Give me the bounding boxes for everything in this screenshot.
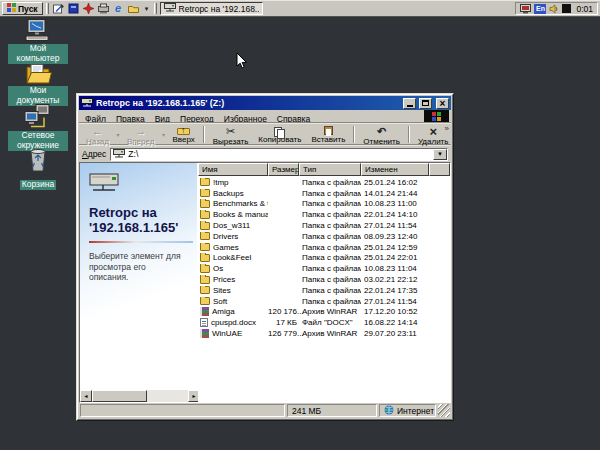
maximize-button[interactable]	[419, 98, 432, 109]
start-label: Пуск	[18, 4, 38, 14]
webview-description: Выберите элемент для просмотра его описа…	[89, 251, 185, 283]
back-dropdown-arrow[interactable]	[114, 124, 122, 145]
desktop-icon-my-computer[interactable]: Мой компьютер	[8, 19, 68, 65]
file-row[interactable]: GamesПапка с файлами25.01.24 12:59	[198, 242, 450, 253]
my-documents-icon	[8, 61, 68, 85]
window-title: Retropc на '192.168.1.165' (Z:)	[96, 98, 400, 108]
app-red-icon[interactable]	[82, 2, 95, 15]
file-name-cell: Books & manuals	[198, 210, 268, 219]
network-drive-icon	[113, 145, 125, 163]
folder-icon	[200, 222, 210, 230]
desktop-icon-my-documents[interactable]: Мои документы	[8, 61, 68, 107]
language-indicator[interactable]: En	[534, 4, 546, 14]
file-modified-cell: 16.08.22 14:14	[361, 318, 429, 327]
folder-icon	[200, 276, 210, 284]
column-header-modified[interactable]: Изменен	[361, 163, 429, 176]
show-desktop-icon[interactable]	[52, 2, 65, 15]
file-name-label: Os	[213, 264, 223, 273]
column-header-filler	[429, 163, 450, 176]
file-row[interactable]: Books & manualsПапка с файлами22.01.24 1…	[198, 209, 450, 220]
close-button[interactable]: ×	[436, 98, 449, 109]
forward-button-label: Вперед	[127, 137, 155, 146]
file-row[interactable]: BackupsПапка с файлами14.01.24 21:44	[198, 188, 450, 199]
back-button[interactable]: Назад	[81, 124, 114, 145]
menu-item-view[interactable]: Вид	[150, 114, 175, 124]
docx-icon	[200, 318, 208, 327]
toolbar-group-copy: Копировать	[253, 124, 306, 145]
delete-button-label: Удалить	[418, 137, 449, 146]
cut-button[interactable]: Вырезать	[208, 124, 254, 145]
file-name-label: Prices	[213, 275, 235, 284]
display-tray-icon[interactable]	[520, 0, 531, 18]
file-name-cell: Soft	[198, 297, 268, 306]
status-selection-panel	[80, 404, 285, 417]
paste-button[interactable]: Вставить	[306, 124, 350, 145]
taskbar-window-button[interactable]: Retropc на '192.168...	[160, 2, 263, 15]
undo-button[interactable]: Отменить	[358, 124, 405, 145]
app-gray-icon[interactable]	[97, 2, 110, 15]
forward-dropdown-arrow[interactable]	[159, 124, 167, 145]
file-modified-cell: 27.01.24 11:54	[361, 221, 429, 230]
file-modified-cell: 25.01.24 16:02	[361, 178, 429, 187]
file-name-label: Benchmarks & tests	[213, 199, 268, 208]
menu-item-file[interactable]: Файл	[80, 114, 111, 124]
menu-item-go[interactable]: Переход	[175, 114, 219, 124]
file-row[interactable]: Look&FeelПапка с файлами25.01.24 22:01	[198, 253, 450, 264]
horizontal-scrollbar[interactable]: ◄ ►	[80, 390, 200, 402]
file-row[interactable]: !tmpПапка с файлами25.01.24 16:02	[198, 177, 450, 188]
resize-grip[interactable]	[438, 404, 450, 417]
file-row[interactable]: OsПапка с файлами10.08.23 11:04	[198, 263, 450, 274]
scrollbar-thumb[interactable]	[92, 390, 147, 402]
file-row[interactable]: Benchmarks & testsПапка с файлами10.08.2…	[198, 199, 450, 210]
column-header-name[interactable]: Имя	[198, 163, 268, 176]
column-header-type[interactable]: Тип	[299, 163, 361, 176]
minimize-button[interactable]	[403, 98, 416, 109]
file-row[interactable]: PricesПапка с файлами03.02.21 22:12	[198, 274, 450, 285]
internet-explorer-icon[interactable]: e	[112, 2, 125, 15]
folder-icon	[200, 243, 210, 251]
menu-item-help[interactable]: Справка	[272, 114, 315, 124]
file-name-label: WinUAE	[212, 329, 242, 338]
app-tray-icon[interactable]	[562, 4, 571, 13]
folder-icon[interactable]	[127, 2, 140, 15]
file-name-label: Books & manuals	[213, 210, 268, 219]
menu-item-favorites[interactable]: Избранное	[219, 114, 272, 124]
file-row[interactable]: WinUAE126 779...Архив WinRAR29.07.20 23:…	[198, 328, 450, 339]
column-header-size[interactable]: Размер	[268, 163, 299, 176]
desktop-icon-recycle-bin[interactable]: Корзина	[8, 147, 68, 191]
copy-button[interactable]: Копировать	[253, 124, 306, 145]
file-row[interactable]: Dos_w311Папка с файлами27.01.24 11:54	[198, 220, 450, 231]
file-modified-cell: 14.01.24 21:44	[361, 189, 429, 198]
network-neighborhood-icon	[8, 104, 68, 130]
status-bar: 241 МБ Интернет	[79, 403, 451, 418]
address-input[interactable]: Z:\ ▼	[110, 148, 448, 161]
file-row[interactable]: Amiga120 176...Архив WinRAR17.12.20 10:5…	[198, 307, 450, 318]
toolbar-group-cut: Вырезать	[208, 124, 254, 145]
volume-icon[interactable]	[549, 0, 559, 18]
start-button[interactable]: Пуск	[2, 2, 43, 15]
file-modified-cell: 29.07.20 23:11	[361, 329, 429, 338]
forward-button[interactable]: Вперед	[122, 124, 160, 145]
toolbar-overflow-chevron[interactable]: »	[445, 124, 449, 133]
webview-separator	[89, 241, 193, 243]
rar-icon	[200, 307, 209, 316]
address-dropdown-button[interactable]: ▼	[433, 149, 447, 160]
back-arrow-icon	[92, 126, 103, 137]
file-type-cell: Папка с файлами	[299, 286, 361, 295]
toolbar-group-back: Назад	[81, 124, 122, 145]
desktop-icon-label: Мои документы	[8, 86, 68, 106]
desktop-icon-network-neighborhood[interactable]: Сетевое окружение	[8, 104, 68, 152]
scroll-left-arrow[interactable]: ◄	[80, 390, 92, 402]
file-row[interactable]: SitesПапка с файлами22.01.24 17:35	[198, 285, 450, 296]
file-row[interactable]: SoftПапка с файлами27.01.24 11:54	[198, 296, 450, 307]
up-button[interactable]: Вверх	[167, 124, 199, 145]
file-row[interactable]: cpuspd.docx17 КБФайл "DOCX"16.08.22 14:1…	[198, 317, 450, 328]
file-row[interactable]: DriversПапка с файлами08.09.23 12:40	[198, 231, 450, 242]
quicklaunch-overflow-arrow[interactable]: ▾	[143, 5, 151, 13]
desktop-icon-label: Корзина	[20, 180, 56, 190]
file-type-cell: Папка с файлами	[299, 189, 361, 198]
menu-item-edit[interactable]: Правка	[111, 114, 150, 124]
file-name-label: Look&Feel	[213, 253, 251, 262]
app-blue-icon[interactable]	[67, 2, 80, 15]
scrollbar-track[interactable]	[147, 390, 188, 402]
